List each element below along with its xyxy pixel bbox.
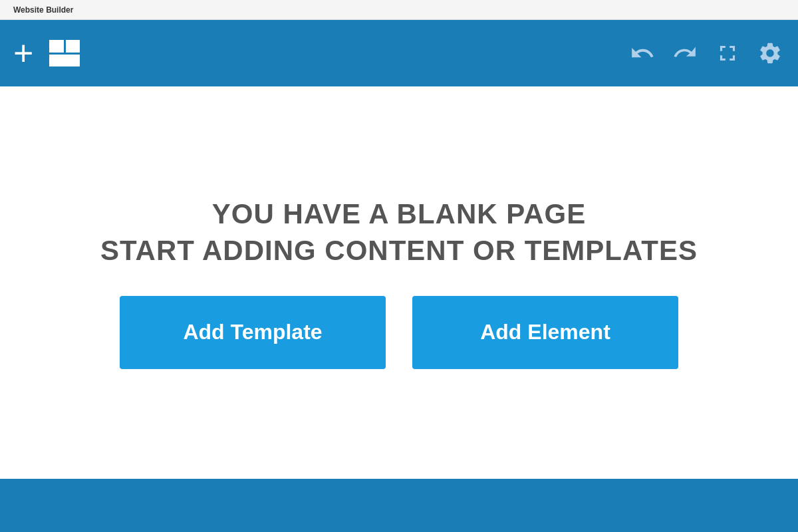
redo-icon bbox=[672, 41, 698, 66]
footer-bar bbox=[0, 479, 798, 532]
plus-icon: + bbox=[13, 36, 33, 70]
add-button[interactable]: + bbox=[13, 36, 33, 70]
main-content: YOU HAVE A BLANK PAGE START ADDING CONTE… bbox=[0, 86, 798, 479]
fullscreen-button[interactable] bbox=[713, 39, 742, 68]
undo-button[interactable] bbox=[628, 39, 657, 68]
redo-button[interactable] bbox=[670, 39, 700, 68]
title-bar: Website Builder bbox=[0, 0, 798, 20]
layout-button[interactable] bbox=[49, 40, 80, 66]
blank-page-message: YOU HAVE A BLANK PAGE START ADDING CONTE… bbox=[100, 196, 698, 269]
toolbar-left: + bbox=[13, 36, 80, 70]
add-element-button[interactable]: Add Element bbox=[412, 296, 678, 369]
toolbar-right bbox=[628, 39, 785, 68]
settings-icon bbox=[757, 41, 783, 66]
toolbar: + bbox=[0, 20, 798, 86]
layout-icon bbox=[49, 40, 80, 66]
action-buttons: Add Template Add Element bbox=[120, 296, 678, 369]
app-title: Website Builder bbox=[13, 5, 73, 15]
add-template-button[interactable]: Add Template bbox=[120, 296, 386, 369]
headline: YOU HAVE A BLANK PAGE START ADDING CONTE… bbox=[100, 196, 698, 269]
settings-button[interactable] bbox=[755, 39, 785, 68]
fullscreen-icon bbox=[715, 41, 740, 66]
undo-icon bbox=[630, 41, 655, 66]
